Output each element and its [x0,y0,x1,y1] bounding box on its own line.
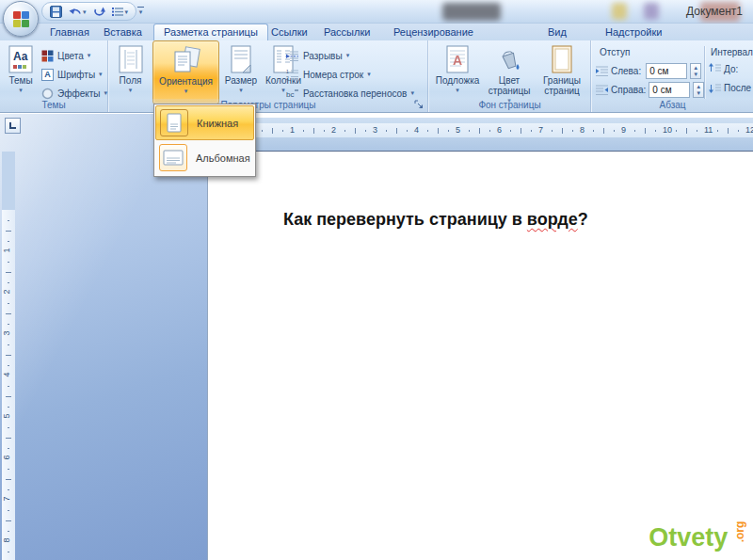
indent-right-stepper[interactable]: ▲ ▼ [693,82,704,98]
redo-button[interactable] [93,7,105,17]
ruler-number: 3 [373,125,377,135]
watermark-button[interactable]: A Подложка ▾ [433,42,482,103]
orientation-label: Ориентация [159,76,213,87]
ruler-tick [572,130,573,132]
ruler-tick [8,324,9,325]
group-label-page-background: Фон страницы [429,99,590,112]
line-numbers-icon: 12 [286,69,299,81]
page-setup-dialog-launcher[interactable] [414,100,425,110]
tab-stop-selector[interactable] [5,118,21,134]
menu-item-landscape[interactable]: Альбомная [155,140,254,175]
ruler-tick [510,130,511,132]
line-numbers-button[interactable]: 12 Номера строк ▾ [286,66,371,83]
ruler-tick [521,128,521,134]
undo-button[interactable]: ▾ [69,7,87,17]
page-color-button[interactable]: Цвет страницы ▾ [484,42,535,103]
ruler-tick [8,531,9,532]
ruler-tick [355,128,356,134]
breaks-button[interactable]: Разрывы ▾ [286,47,349,64]
ruler-tick [386,130,387,132]
orientation-dropdown-menu: Книжная Альбомная [153,104,256,177]
ruler-tick [479,128,480,134]
ruler-tick [645,128,646,134]
indent-right-label: Справа: [611,85,646,95]
ruler-tick [324,130,325,132]
ruler-number: 4 [414,125,419,135]
tab-references[interactable]: Ссылки [265,24,313,40]
ruler-tick [6,396,11,397]
horizontal-ruler[interactable]: 123456789101112 [207,118,753,152]
ruler-tick [8,344,9,345]
ruler-tick [8,448,9,449]
indent-left-input[interactable]: 0 см [646,63,687,79]
ruler-tick [562,128,563,134]
chevron-down-icon: ▾ [83,8,87,15]
orientation-button[interactable]: Ориентация ▾ [152,40,219,104]
document-page[interactable]: Как перевернуть страницу в ворде? Otvety… [207,152,753,560]
theme-colors-label: Цвета [57,51,84,61]
customize-qat-button[interactable]: ▾ [137,7,144,15]
ruler-number: 5 [456,125,460,135]
site-watermark: Otvety.org [649,523,749,552]
chevron-down-icon: ▾ [281,88,285,93]
quick-list-button[interactable]: ▾ [112,7,129,17]
document-heading[interactable]: Как перевернуть страницу в ворде? [283,210,588,230]
page-borders-button[interactable]: Границы страниц [537,42,587,103]
size-icon [230,45,252,73]
ruler-tick [8,282,9,283]
indent-right-input[interactable]: 0 см [649,82,690,98]
tab-insert[interactable]: Вставка [98,24,148,40]
ruler-tick [6,355,11,356]
ruler-tick [8,427,9,428]
ribbon-group-page-background: A Подложка ▾ Цвет страницы ▾ Границы стр… [429,40,591,112]
themes-button[interactable]: Aa Темы ▾ [4,42,38,103]
save-button[interactable] [50,6,62,18]
desktop-bleed [442,3,501,21]
theme-fonts-button[interactable]: A Шрифты ▾ [41,65,103,84]
menu-item-portrait[interactable]: Книжная [155,105,254,140]
ruler-tick [697,130,697,132]
margins-button[interactable]: Поля ▾ [112,42,149,103]
theme-fonts-icon: A [41,69,54,81]
tab-mailings[interactable]: Рассылки [318,24,376,40]
chevron-down-icon: ▾ [19,88,23,93]
orientation-icon [171,46,201,74]
indent-left-label: Слева: [611,66,641,76]
chevron-down-icon: ▾ [129,88,133,93]
chevron-down-icon: ▾ [88,52,91,59]
ruler-tick [8,303,9,304]
ruler-tick [634,130,635,132]
vertical-ruler[interactable]: 12345678 [2,152,15,560]
tab-page-layout[interactable]: Разметка страницы [153,24,268,40]
misspelled-word: ворде [527,210,578,229]
tab-review[interactable]: Рецензирование [388,24,479,40]
indent-left-stepper[interactable]: ▲ ▼ [690,63,701,79]
group-label-paragraph: Абзац [592,99,753,112]
desktop-bleed [644,3,659,20]
ruler-tick [8,220,9,221]
ruler-tick [738,130,739,132]
portrait-page-icon [160,109,188,136]
size-button[interactable]: Размер ▾ [221,42,261,103]
chevron-down-icon: ▾ [104,89,107,97]
tab-stop-left-icon [9,122,16,129]
tab-view[interactable]: Вид [542,24,572,40]
chevron-down-icon: ▾ [410,89,414,97]
ruler-tick [717,130,718,132]
ruler-number: 10 [663,125,672,135]
indent-right-icon [596,85,608,96]
chevron-down-icon: ▾ [346,52,350,59]
ruler-tick [489,130,490,132]
themes-button-label: Темы [8,75,32,86]
office-button[interactable] [3,1,39,37]
quick-access-toolbar: ▾ ▾ [41,2,136,21]
ruler-tick [303,130,304,132]
tab-addins[interactable]: Надстройки [600,24,667,40]
tab-home[interactable]: Главная [44,24,95,40]
document-title: Документ1 [686,5,743,18]
theme-colors-button[interactable]: Цвета ▾ [41,46,90,65]
ruler-tick [531,130,532,132]
spacing-header: Интервал [711,47,753,57]
ruler-number: 8 [580,125,585,135]
ruler-tick [8,386,9,387]
